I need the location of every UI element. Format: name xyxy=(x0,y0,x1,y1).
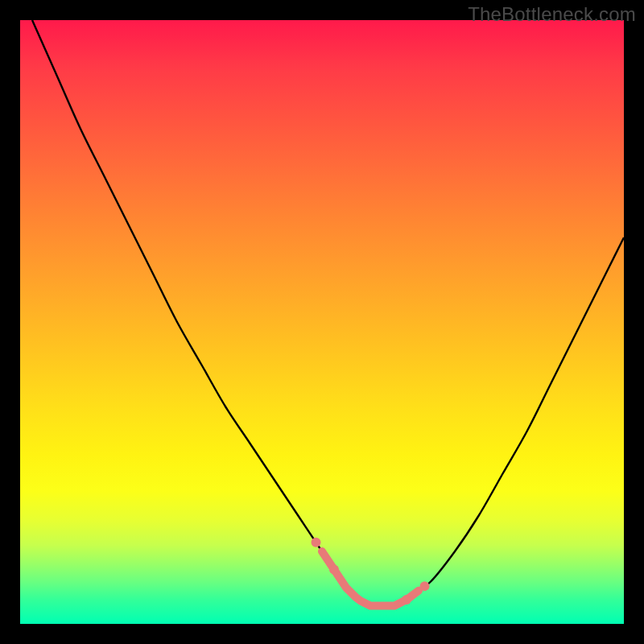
bottleneck-curve xyxy=(32,20,624,606)
highlight-dot xyxy=(420,581,430,591)
highlight-dot xyxy=(329,565,339,575)
highlight-markers xyxy=(312,538,430,606)
chart-frame: TheBottleneck.com xyxy=(0,0,644,644)
plot-area xyxy=(20,20,624,624)
curve-layer xyxy=(20,20,624,624)
watermark-text: TheBottleneck.com xyxy=(468,3,636,26)
highlight-dot xyxy=(402,595,411,605)
highlight-dot xyxy=(312,538,321,547)
